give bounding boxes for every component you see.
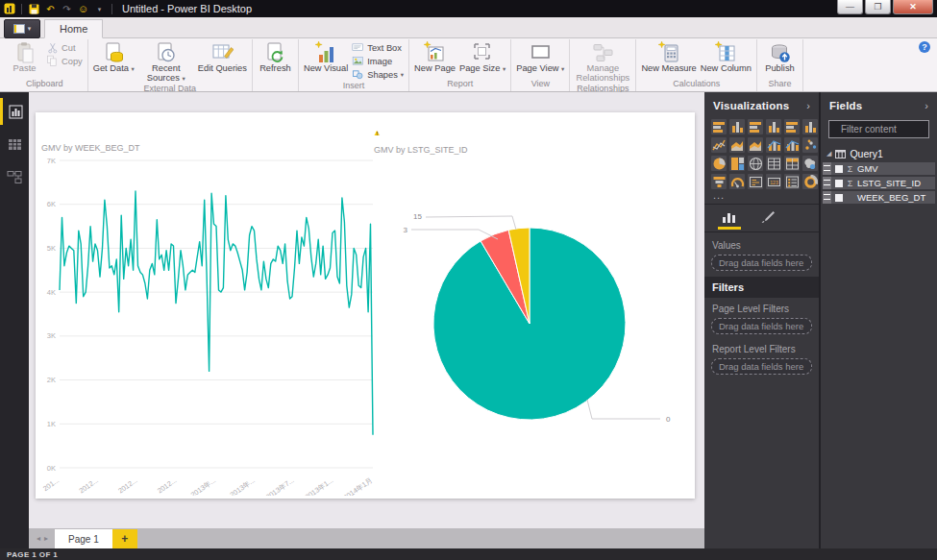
- new-page-button[interactable]: New Page: [412, 40, 457, 75]
- paste-button[interactable]: Paste: [5, 40, 44, 75]
- chevron-down-icon: ▾: [28, 25, 32, 33]
- ribbon-group-label: Share: [760, 79, 800, 91]
- more-visuals-ellipsis[interactable]: ...: [704, 189, 819, 202]
- field-row-gmv[interactable]: ΣGMV: [823, 162, 935, 175]
- donut-chart-icon[interactable]: [802, 174, 818, 189]
- table-node-query1[interactable]: ◢Query1: [821, 146, 937, 162]
- stacked-column-chart-icon[interactable]: [729, 119, 745, 134]
- file-menu-button[interactable]: ▾: [4, 19, 40, 38]
- svg-text:3K: 3K: [47, 331, 56, 340]
- app-icon[interactable]: [3, 3, 15, 15]
- tab-fields[interactable]: [718, 210, 741, 230]
- collapse-chevron-icon[interactable]: ›: [806, 100, 810, 111]
- sidebar-item-data-view[interactable]: [0, 131, 29, 158]
- help-icon[interactable]: ?: [919, 41, 930, 53]
- page-view-button[interactable]: Page View ▾: [514, 40, 566, 75]
- card-icon[interactable]: 123: [766, 174, 781, 189]
- toolbar-options-caret[interactable]: ▾: [93, 3, 106, 15]
- expand-triangle-icon[interactable]: ◢: [826, 150, 831, 158]
- get-data-button[interactable]: Get Data ▾: [91, 40, 136, 75]
- new-visual-button[interactable]: New Visual: [302, 40, 350, 75]
- new-measure-button[interactable]: New Measure: [639, 40, 698, 75]
- field-row-lstg_site_id[interactable]: ΣLSTG_SITE_ID: [823, 177, 935, 189]
- feedback-smiley-icon[interactable]: ☺: [77, 3, 89, 15]
- search-input[interactable]: [839, 123, 925, 135]
- line-and-stacked-column-chart-icon[interactable]: [766, 137, 781, 153]
- values-drop-zone[interactable]: Drag data fields here: [711, 255, 812, 271]
- pie-chart-visual[interactable]: 0315: [377, 144, 694, 471]
- treemap-icon[interactable]: [729, 156, 745, 171]
- clustered-column-chart-icon[interactable]: [766, 119, 781, 134]
- stacked-area-chart-icon[interactable]: [748, 137, 763, 153]
- new-column-button[interactable]: New Column: [699, 40, 753, 75]
- field-search-box[interactable]: [828, 120, 929, 138]
- shapes-button[interactable]: Shapes ▾: [350, 68, 406, 81]
- svg-text:4K: 4K: [47, 288, 56, 297]
- gauge-icon[interactable]: [729, 174, 745, 189]
- recent-sources-button[interactable]: Recent Sources ▾: [136, 40, 196, 84]
- tab-home[interactable]: Home: [44, 19, 103, 38]
- table-icon[interactable]: [766, 156, 781, 171]
- page-tab-page-1[interactable]: Page 1: [55, 529, 112, 548]
- publish-button[interactable]: Publish: [760, 40, 800, 75]
- page-level-filters-drop-zone[interactable]: Drag data fields here: [711, 318, 812, 334]
- view-sidebar: [0, 92, 29, 548]
- funnel-icon[interactable]: [711, 174, 727, 189]
- save-icon[interactable]: [28, 3, 40, 15]
- svg-text:15: 15: [413, 212, 422, 221]
- ribbon-tab-row: ▾ Home: [0, 17, 937, 38]
- stacked-bar-chart-icon[interactable]: [711, 119, 727, 134]
- pie-chart-icon[interactable]: [711, 156, 727, 171]
- hundred-percent-stacked-bar-chart-icon[interactable]: [784, 119, 800, 134]
- copy-button[interactable]: Copy: [44, 55, 85, 67]
- restore-button[interactable]: ❐: [865, 0, 891, 14]
- map-icon[interactable]: [748, 156, 763, 171]
- field-checkbox[interactable]: [835, 165, 843, 173]
- title-bar: ↶ ↷ ☺ ▾ Untitled - Power BI Desktop — ❐ …: [0, 0, 937, 17]
- image-button[interactable]: Image: [350, 55, 406, 67]
- multi-row-card-icon[interactable]: [748, 174, 763, 189]
- undo-icon[interactable]: ↶: [44, 3, 57, 15]
- hundred-percent-stacked-column-chart-icon[interactable]: [802, 119, 818, 134]
- field-row-week_beg_dt[interactable]: WEEK_BEG_DT: [823, 191, 935, 204]
- area-chart-icon[interactable]: [729, 137, 745, 153]
- text-box-button[interactable]: Text Box: [350, 41, 406, 54]
- slicer-icon[interactable]: [784, 174, 800, 189]
- sidebar-item-report-view[interactable]: [0, 98, 29, 125]
- tab-format[interactable]: [756, 210, 779, 230]
- matrix-icon[interactable]: [784, 156, 800, 171]
- prev-page-arrow-icon[interactable]: ◂: [37, 534, 40, 543]
- redo-icon[interactable]: ↷: [61, 3, 73, 15]
- clustered-bar-chart-icon[interactable]: [748, 119, 763, 134]
- drag-handle[interactable]: [823, 191, 831, 204]
- window-title: Untitled - Power BI Desktop: [122, 3, 252, 14]
- line-and-clustered-column-chart-icon[interactable]: [784, 137, 800, 153]
- svg-text:2013年...: 2013年...: [189, 475, 217, 496]
- report-level-filters-drop-zone[interactable]: Drag data fields here: [711, 358, 812, 375]
- field-checkbox[interactable]: [835, 180, 843, 187]
- report-canvas: GMV by WEEK_BEG_DT 7K6K5K4K3K2K1K0K201..…: [29, 92, 704, 528]
- drag-handle[interactable]: [823, 177, 831, 189]
- field-checkbox[interactable]: [835, 194, 843, 202]
- sidebar-item-relationships-view[interactable]: [0, 163, 29, 190]
- line-chart-icon[interactable]: [711, 137, 727, 153]
- refresh-button[interactable]: Refresh: [256, 40, 295, 75]
- filled-map-icon[interactable]: [802, 156, 818, 171]
- line-chart-visual[interactable]: 7K6K5K4K3K2K1K0K201...2012...2012...2012…: [38, 154, 377, 496]
- manage-relationships-button[interactable]: Manage Relationships: [573, 40, 632, 84]
- drag-handle[interactable]: [823, 162, 831, 175]
- collapse-chevron-icon[interactable]: ›: [925, 100, 928, 111]
- next-page-arrow-icon[interactable]: ▸: [44, 534, 48, 543]
- new-page-button[interactable]: +: [112, 529, 137, 548]
- cut-button[interactable]: Cut: [44, 41, 85, 54]
- close-button[interactable]: ✕: [893, 0, 933, 14]
- warning-icon[interactable]: ▲!: [373, 128, 384, 137]
- report-page[interactable]: GMV by WEEK_BEG_DT 7K6K5K4K3K2K1K0K201..…: [36, 112, 695, 499]
- minimize-button[interactable]: —: [837, 0, 863, 14]
- ribbon-group-external-data: Get Data ▾Recent Sources ▾Edit QueriesEx…: [88, 39, 253, 91]
- field-name: WEEK_BEG_DT: [857, 192, 925, 203]
- page-size-button[interactable]: Page Size ▾: [457, 40, 507, 75]
- edit-queries-button[interactable]: Edit Queries: [196, 40, 249, 75]
- scatter-chart-icon[interactable]: [802, 137, 818, 153]
- divider: [21, 4, 22, 14]
